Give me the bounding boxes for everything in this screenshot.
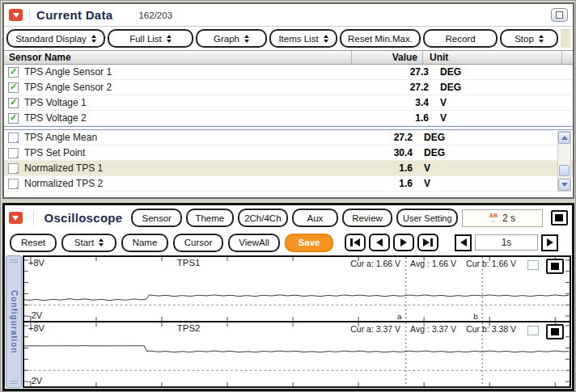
- dropdown-arrows-icon: [324, 35, 328, 43]
- channel-1-plot: ab +8V -2V TPS1 Cur a: 1.66 V Avg : 1.66…: [24, 257, 570, 322]
- aux-button[interactable]: Aux: [292, 209, 338, 227]
- scrollbar-thumb[interactable]: [559, 165, 570, 176]
- value-cell: 3.4: [362, 97, 434, 108]
- save-label: Save: [299, 238, 320, 247]
- table-row[interactable]: Normalized TPS 2 1.6 V: [4, 176, 573, 192]
- dropdown-arrows-icon: [167, 35, 172, 43]
- reset-label: Reset: [21, 238, 45, 247]
- triangle-left-icon: [376, 238, 383, 247]
- vertical-scrollbar[interactable]: [557, 131, 571, 192]
- display-mode-dropdown[interactable]: Standard Display: [6, 29, 105, 48]
- sensor-name: Normalized TPS 2: [24, 178, 103, 189]
- oscilloscope-toolbar: Reset Start Name Cursor ViewAll Save 1s: [5, 230, 572, 255]
- cursor-button[interactable]: Cursor: [173, 234, 223, 252]
- skip-to-end-button[interactable]: [417, 234, 438, 251]
- step-forward-button[interactable]: [393, 234, 414, 251]
- row-name-cell: TPS Angle Mean: [4, 132, 346, 143]
- voltage-max-label: +8V: [28, 258, 44, 268]
- oscilloscope-titlebar: Oscilloscope Sensor Theme 2Ch/4Ch Aux Re…: [5, 205, 572, 230]
- row-checkbox[interactable]: [8, 179, 19, 189]
- timebase-decrease-button[interactable]: [455, 234, 472, 251]
- channel-select-checkbox[interactable]: [527, 260, 539, 270]
- table-row[interactable]: TPS Voltage 2 1.6 V: [4, 111, 573, 126]
- current-data-toolbar: Standard Display Full List Graph Items L…: [4, 27, 573, 50]
- reset-button[interactable]: Reset: [10, 234, 57, 252]
- start-dropdown[interactable]: Start: [61, 234, 116, 252]
- triangle-right-icon: [400, 238, 407, 247]
- time-window-display[interactable]: AB↔ 2 s: [462, 209, 542, 227]
- voltage-min-label: -2V: [28, 310, 42, 320]
- value-cell: 1.6: [346, 178, 417, 189]
- timebase-control: 1s: [455, 234, 558, 251]
- table-row[interactable]: TPS Angle Mean 27.2 DEG: [4, 130, 573, 145]
- svg-text:b: b: [473, 312, 478, 321]
- scroll-up-button[interactable]: [558, 132, 570, 144]
- scope-area: Configuration ab +8V -2V TPS1 Cur a: 1.6…: [5, 255, 572, 389]
- divider: [33, 211, 34, 226]
- row-checkbox[interactable]: [8, 148, 19, 158]
- cursor-readouts: Cur a: 1.66 V Avg : 1.66 V Cur b: 1.66 V: [350, 259, 516, 268]
- display-mode-label: Standard Display: [15, 34, 87, 44]
- sensor-name: Normalized TPS 1: [24, 162, 103, 174]
- bar-icon: [350, 238, 353, 247]
- theme-button[interactable]: Theme: [186, 209, 234, 227]
- cursor-b-value: 1.66 V: [492, 259, 516, 268]
- sensor-name: TPS Voltage 1: [24, 97, 87, 108]
- triangle-right-icon: [547, 238, 553, 247]
- unit-cell: DEG: [417, 147, 557, 158]
- items-list-dropdown[interactable]: Items List: [269, 29, 337, 48]
- svg-text:a: a: [397, 312, 402, 321]
- name-button[interactable]: Name: [121, 234, 168, 252]
- value-cell: 30.4: [346, 147, 417, 158]
- row-checkbox[interactable]: [8, 82, 19, 93]
- column-header-spare: [561, 51, 573, 64]
- record-button[interactable]: Record: [423, 29, 498, 48]
- ab-range-icon: AB↔: [489, 213, 498, 223]
- scroll-down-button[interactable]: [558, 179, 570, 191]
- row-checkbox[interactable]: [8, 98, 19, 108]
- table-row[interactable]: Normalized TPS 1 1.6 V: [4, 161, 573, 176]
- table-row[interactable]: TPS Voltage 1 3.4 V: [4, 95, 573, 111]
- row-name-cell: Normalized TPS 2: [4, 178, 346, 189]
- row-checkbox[interactable]: [8, 113, 19, 124]
- aux-label: Aux: [307, 213, 324, 223]
- column-header-sensor-name[interactable]: Sensor Name: [4, 52, 351, 63]
- user-setting-button[interactable]: User Setting: [396, 209, 458, 227]
- panel-menu-icon[interactable]: [9, 212, 23, 224]
- list-mode-dropdown[interactable]: Full List: [108, 29, 193, 48]
- stop-dropdown[interactable]: Stop: [500, 29, 558, 48]
- cursor-readouts: Cur a: 3.37 V Avg : 3.37 V Cur b: 3.38 V: [350, 324, 516, 334]
- channel-display-button[interactable]: [546, 324, 564, 339]
- row-checkbox[interactable]: [8, 67, 19, 78]
- view-all-button[interactable]: ViewAll: [228, 234, 280, 252]
- row-checkbox[interactable]: [8, 163, 19, 174]
- column-header-value[interactable]: Value: [351, 51, 422, 64]
- panel-restore-button[interactable]: [551, 8, 568, 22]
- save-button[interactable]: Save: [285, 234, 333, 252]
- channel-count-button[interactable]: 2Ch/4Ch: [238, 209, 289, 227]
- timebase-increase-button[interactable]: [541, 234, 558, 251]
- column-header-unit[interactable]: Unit: [422, 51, 561, 64]
- filled-square-icon: [551, 263, 559, 270]
- scope-display-toggle-button[interactable]: [551, 210, 568, 226]
- review-button[interactable]: Review: [342, 209, 393, 227]
- table-row[interactable]: TPS Angle Sensor 1 27.3 DEG: [4, 65, 573, 80]
- sensor-button[interactable]: Sensor: [131, 209, 182, 227]
- table-row[interactable]: TPS Angle Sensor 2 27.2 DEG: [4, 80, 573, 95]
- panel-menu-icon[interactable]: [9, 9, 23, 21]
- channel-display-button[interactable]: [546, 259, 564, 274]
- name-label: Name: [133, 238, 158, 247]
- view-mode-dropdown[interactable]: Graph: [196, 29, 267, 48]
- skip-to-start-button[interactable]: [345, 234, 366, 251]
- theme-label: Theme: [195, 213, 224, 223]
- filled-square-icon: [551, 328, 559, 335]
- sensor-name: TPS Set Point: [24, 147, 85, 158]
- row-checkbox[interactable]: [8, 133, 19, 143]
- step-back-button[interactable]: [369, 234, 390, 251]
- dropdown-arrows-icon: [91, 35, 96, 43]
- configuration-tab[interactable]: Configuration: [6, 255, 22, 388]
- reset-minmax-button[interactable]: Reset Min.Max.: [340, 29, 421, 48]
- table-row[interactable]: TPS Set Point 30.4 DEG: [4, 145, 573, 161]
- unit-cell: V: [434, 112, 573, 124]
- channel-select-checkbox[interactable]: [527, 326, 539, 335]
